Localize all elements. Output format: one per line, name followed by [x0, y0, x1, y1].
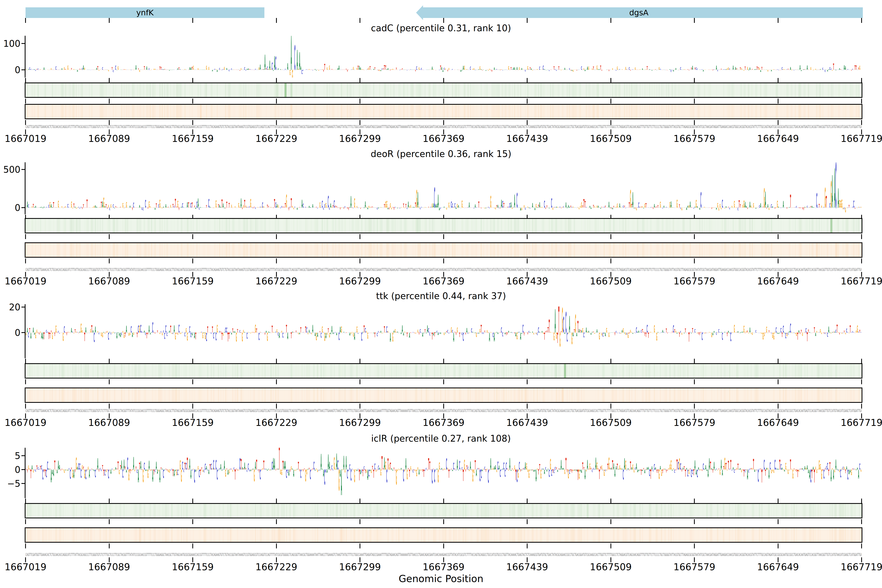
panel-title-cadC: cadC (percentile 0.31, rank 10) — [0, 23, 882, 33]
y-tick — [21, 169, 25, 170]
axis-tick — [694, 380, 695, 384]
x-tick-label: 1667369 — [423, 417, 465, 428]
strip-x-ticks — [0, 519, 882, 524]
axis-tick — [778, 380, 778, 384]
axis-tick — [778, 359, 778, 364]
gene-axis-ticks — [0, 18, 882, 23]
x-tick-label: 1667159 — [172, 133, 214, 144]
heatmap-strip-green — [25, 363, 862, 378]
axis-tick — [443, 78, 444, 83]
axis-tick — [527, 519, 528, 524]
axis-tick — [861, 234, 862, 239]
y-tick — [21, 332, 25, 333]
axis-tick — [443, 499, 444, 504]
panel-title-ttk: ttk (percentile 0.44, rank 37) — [0, 291, 882, 301]
heatmap-canvas-orange — [26, 528, 862, 542]
y-tick-label: 0 — [0, 465, 20, 475]
gene-track: ynfK dgsA — [0, 0, 882, 24]
axis-tick — [25, 258, 26, 263]
axis-tick — [443, 18, 444, 23]
x-tick-labels: 1667019166708916671591667229166729916673… — [0, 561, 882, 572]
axis-tick — [527, 18, 528, 23]
axis-tick — [861, 78, 862, 83]
y-tick-label: −5 — [0, 478, 20, 489]
axis-tick — [276, 18, 277, 23]
axis-tick — [360, 258, 360, 263]
axis-tick — [109, 18, 110, 23]
x-tick-label: 1667719 — [841, 417, 882, 428]
axis-tick — [610, 359, 611, 364]
axis-tick — [443, 258, 444, 263]
x-tick-label: 1667579 — [674, 133, 716, 144]
axis-tick — [276, 543, 277, 548]
x-tick-label: 1667159 — [172, 276, 214, 286]
axis-tick — [109, 78, 110, 83]
axis-tick — [694, 359, 695, 364]
x-tick-label: 1667229 — [255, 417, 297, 428]
y-tick-label: 5 — [0, 451, 20, 461]
x-tick-label: 1667509 — [590, 133, 632, 144]
heatmap-canvas-green — [26, 504, 862, 518]
x-tick-labels: 1667019166708916671591667229166729916673… — [0, 417, 882, 428]
axis-tick — [443, 519, 444, 524]
axis-tick — [527, 258, 528, 263]
axis-tick — [527, 543, 528, 548]
axis-tick — [610, 18, 611, 23]
x-tick-labels: 1667019166708916671591667229166729916673… — [0, 133, 882, 143]
heatmap-strip-green — [25, 218, 862, 233]
x-tick-label: 1667649 — [757, 561, 799, 573]
x-tick-label: 1667019 — [5, 276, 46, 286]
axis-tick — [276, 359, 277, 364]
x-tick-labels: 1667019166708916671591667229166729916673… — [0, 276, 882, 286]
axis-tick — [527, 234, 528, 239]
strip-x-ticks — [0, 99, 882, 104]
heatmap-strip-orange — [25, 527, 862, 543]
axis-tick — [360, 359, 360, 364]
heatmap-canvas-orange — [26, 105, 862, 118]
attribution-logo-cadC — [26, 36, 862, 78]
heatmap-strip-green — [25, 82, 862, 98]
axis-tick — [610, 499, 611, 504]
logo-x-ticks — [0, 359, 882, 364]
x-tick-label: 1667089 — [88, 133, 130, 144]
axis-tick — [360, 519, 360, 524]
axis-tick — [25, 543, 26, 548]
axis-tick — [694, 543, 695, 548]
x-tick-label: 1667719 — [841, 561, 882, 573]
axis-tick — [276, 519, 277, 524]
axis-tick — [360, 543, 360, 548]
gene-label-ynfk: ynfK — [136, 8, 154, 17]
axis-tick — [192, 78, 193, 83]
x-tick-label: 1667369 — [423, 276, 465, 286]
axis-tick — [778, 543, 778, 548]
y-tick-label: 0 — [0, 202, 20, 213]
x-tick-label: 1667439 — [506, 133, 548, 144]
x-tick-label: 1667089 — [88, 561, 130, 573]
x-tick-label: 1667159 — [172, 561, 214, 573]
axis-tick — [360, 99, 360, 104]
axis-tick — [778, 234, 778, 239]
axis-tick — [192, 18, 193, 23]
y-tick — [21, 69, 25, 70]
axis-tick — [527, 99, 528, 104]
x-tick-label: 1667019 — [5, 561, 46, 573]
axis-tick — [861, 99, 862, 104]
dna-sequence-row: CAGTTCGATGGTTGAAACACTCTGCAACACCAGGCATCTT… — [26, 267, 862, 272]
axis-tick — [276, 234, 277, 239]
strip-x-ticks — [0, 380, 882, 384]
axis-tick — [778, 519, 778, 524]
x-tick-label: 1667439 — [506, 276, 548, 286]
x-tick-label: 1667299 — [339, 417, 381, 428]
axis-tick — [694, 234, 695, 239]
heatmap-strip-orange — [25, 387, 862, 403]
axis-tick — [360, 499, 360, 504]
figure: ynfK dgsA cadC (percentile 0.31, rank 10… — [0, 0, 882, 588]
axis-tick — [861, 359, 862, 364]
heatmap-canvas-green — [26, 364, 862, 378]
axis-tick — [778, 258, 778, 263]
heatmap-canvas-green — [26, 219, 862, 232]
axis-tick — [109, 99, 110, 104]
y-tick — [21, 483, 25, 484]
x-tick-label: 1667299 — [339, 276, 381, 286]
x-tick-label: 1667509 — [590, 417, 632, 428]
